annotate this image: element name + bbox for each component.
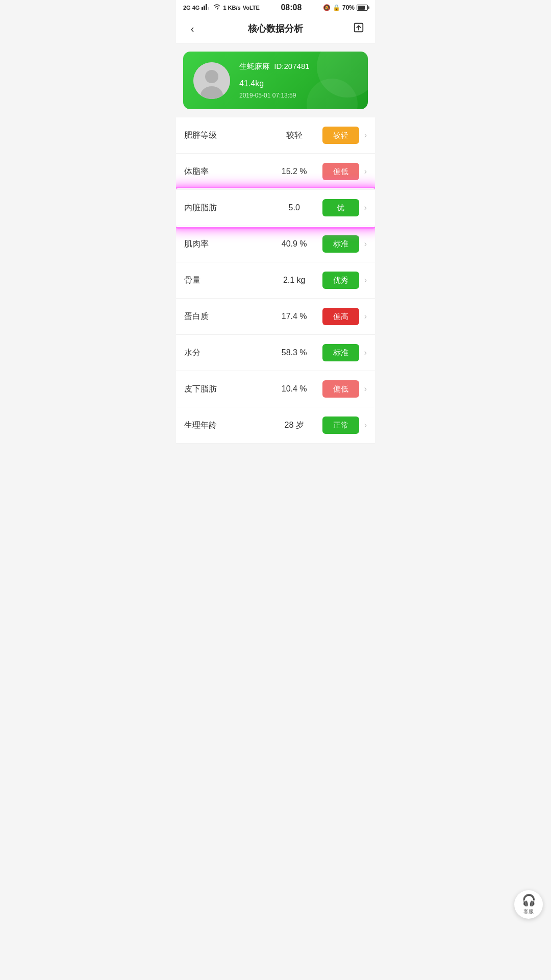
user-date: 2019-05-01 07:13:59 — [239, 92, 310, 99]
row-arrow-2: › — [364, 203, 367, 212]
row-label-3: 肌肉率 — [184, 239, 266, 250]
row-badge-8: 正常 — [322, 416, 359, 434]
svg-point-7 — [205, 70, 218, 83]
data-row-1[interactable]: 体脂率15.2 %偏低› — [176, 154, 375, 190]
user-info: 生蚝麻麻 ID:207481 41.4kg 2019-05-01 07:13:5… — [239, 62, 310, 99]
battery-icon — [357, 5, 368, 11]
row-badge-5: 偏高 — [322, 308, 359, 325]
data-row-2[interactable]: 内脏脂肪5.0优› — [176, 190, 375, 226]
data-row-8[interactable]: 生理年龄28 岁正常› — [176, 407, 375, 444]
nav-bar: ‹ 核心数据分析 — [176, 14, 375, 43]
row-arrow-6: › — [364, 348, 367, 357]
data-row-4[interactable]: 骨量2.1 kg优秀› — [176, 262, 375, 299]
row-badge-4: 优秀 — [322, 272, 359, 289]
back-button[interactable]: ‹ — [184, 20, 201, 37]
svg-rect-1 — [204, 6, 205, 10]
row-badge-3: 标准 — [322, 235, 359, 253]
volte-text: VoLTE — [243, 5, 260, 11]
svg-rect-2 — [206, 4, 207, 10]
row-value-6: 58.3 % — [266, 348, 322, 357]
row-value-8: 28 岁 — [266, 420, 322, 431]
row-label-8: 生理年龄 — [184, 420, 266, 431]
row-value-3: 40.9 % — [266, 239, 322, 249]
svg-rect-0 — [202, 7, 203, 10]
row-value-1: 15.2 % — [266, 167, 322, 176]
row-arrow-7: › — [364, 384, 367, 394]
row-badge-1: 偏低 — [322, 163, 359, 180]
row-arrow-4: › — [364, 276, 367, 285]
row-value-5: 17.4 % — [266, 312, 322, 321]
user-card: 生蚝麻麻 ID:207481 41.4kg 2019-05-01 07:13:5… — [183, 52, 368, 109]
row-badge-0: 较轻 — [322, 127, 359, 144]
signal-text: 2G 4G — [183, 5, 199, 11]
data-row-6[interactable]: 水分58.3 %标准› — [176, 335, 375, 371]
back-icon: ‹ — [191, 23, 194, 35]
data-row-3[interactable]: 肌肉率40.9 %标准› — [176, 226, 375, 262]
row-value-2: 5.0 — [266, 203, 322, 212]
row-arrow-5: › — [364, 312, 367, 321]
row-value-4: 2.1 kg — [266, 276, 322, 285]
share-button[interactable] — [350, 20, 367, 37]
row-value-0: 较轻 — [266, 130, 322, 141]
wifi-icon — [213, 4, 221, 12]
row-badge-2: 优 — [322, 199, 359, 216]
data-row-5[interactable]: 蛋白质17.4 %偏高› — [176, 299, 375, 335]
signal-bars — [202, 4, 211, 12]
row-label-6: 水分 — [184, 348, 266, 358]
row-value-7: 10.4 % — [266, 384, 322, 394]
row-arrow-3: › — [364, 239, 367, 249]
share-icon — [353, 22, 364, 36]
status-right: 🔕 🔒 70% — [323, 4, 368, 11]
row-label-1: 体脂率 — [184, 166, 266, 177]
time-display: 08:08 — [281, 3, 302, 12]
user-weight: 41.4kg — [239, 74, 310, 90]
data-row-7[interactable]: 皮下脂肪10.4 %偏低› — [176, 371, 375, 407]
data-row-0[interactable]: 肥胖等级较轻较轻› — [176, 117, 375, 154]
battery-percent: 70% — [342, 4, 355, 11]
page-title: 核心数据分析 — [248, 22, 303, 35]
speed-text: 1 KB/s — [223, 5, 240, 11]
svg-rect-3 — [208, 7, 209, 10]
row-label-7: 皮下脂肪 — [184, 384, 266, 395]
row-badge-7: 偏低 — [322, 380, 359, 398]
avatar — [193, 62, 230, 99]
row-badge-6: 标准 — [322, 344, 359, 361]
user-name-id: 生蚝麻麻 ID:207481 — [239, 62, 310, 71]
row-label-4: 骨量 — [184, 275, 266, 286]
status-left: 2G 4G 1 KB/s VoLTE — [183, 4, 260, 12]
row-arrow-0: › — [364, 131, 367, 140]
row-label-0: 肥胖等级 — [184, 130, 266, 141]
row-label-5: 蛋白质 — [184, 311, 266, 322]
row-arrow-1: › — [364, 167, 367, 176]
row-label-2: 内脏脂肪 — [184, 203, 266, 213]
alarm-icon: 🔕 — [323, 4, 331, 11]
data-list: 肥胖等级较轻较轻›体脂率15.2 %偏低›内脏脂肪5.0优›肌肉率40.9 %标… — [176, 117, 375, 444]
row-arrow-8: › — [364, 421, 367, 430]
lock-icon: 🔒 — [333, 4, 340, 11]
status-bar: 2G 4G 1 KB/s VoLTE 08:08 🔕 🔒 70% — [176, 0, 375, 14]
